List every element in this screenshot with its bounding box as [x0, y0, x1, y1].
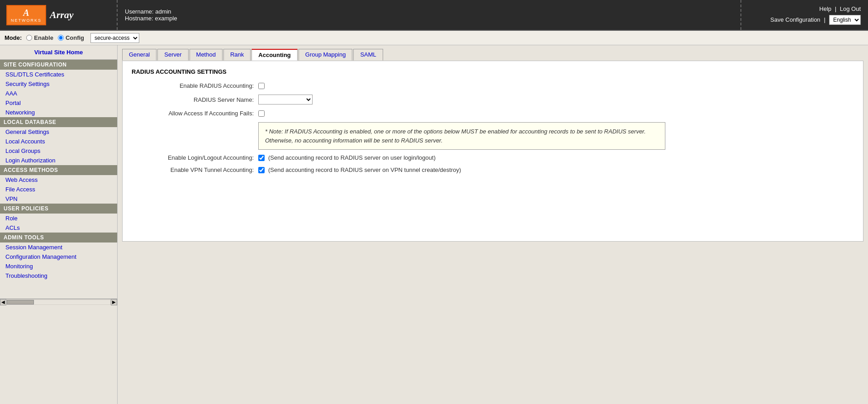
enable-login-row: Enable Login/Logout Accounting: (Send ac… [132, 154, 854, 161]
tab-server[interactable]: Server [157, 49, 188, 61]
sidebar-item-vpn[interactable]: VPN [0, 194, 117, 204]
allow-access-row: Allow Access If Accounting Fails: [132, 110, 854, 117]
site-dropdown[interactable]: secure-access [90, 33, 139, 43]
enable-radius-checkbox[interactable] [258, 83, 265, 89]
sidebar-item-configuration-management[interactable]: Configuration Management [0, 252, 117, 261]
section-access-methods: ACCESS METHODS [0, 165, 117, 175]
header-links: Help | Log Out [819, 5, 861, 12]
sidebar-item-local-groups[interactable]: Local Groups [0, 146, 117, 156]
sidebar-item-local-accounts[interactable]: Local Accounts [0, 137, 117, 146]
save-config-label: Save Configuration [770, 16, 821, 23]
section-title: RADIUS ACCOUNTING SETTINGS [132, 68, 854, 75]
main-layout: Virtual Site Home SITE CONFIGURATION SSL… [0, 45, 868, 404]
tab-group-mapping[interactable]: Group Mapping [299, 49, 353, 61]
separator1: | [835, 5, 838, 12]
enable-radius-control [258, 83, 265, 89]
sidebar-item-web-access[interactable]: Web Access [0, 175, 117, 185]
save-config-area: Save Configuration | English [770, 15, 861, 25]
tab-general[interactable]: General [122, 49, 157, 61]
sidebar-item-file-access[interactable]: File Access [0, 185, 117, 194]
logo-text: Array [50, 9, 74, 21]
logout-link[interactable]: Log Out [840, 5, 861, 12]
mode-bar: Mode: Enable Config secure-access [0, 31, 868, 45]
sidebar-scrollbar: ◀ ▶ [0, 299, 117, 305]
section-admin-tools: ADMIN TOOLS [0, 233, 117, 242]
help-link[interactable]: Help [819, 5, 831, 12]
enable-radio[interactable] [26, 35, 32, 41]
config-radio[interactable] [58, 35, 64, 41]
mode-label: Mode: [5, 34, 22, 41]
sidebar-item-networking[interactable]: Networking [0, 108, 117, 117]
sidebar-item-login-authorization[interactable]: Login Authorization [0, 156, 117, 165]
scroll-thumb[interactable] [7, 300, 34, 304]
logo-box: A NETWORKS [6, 5, 46, 25]
header: A NETWORKS Array Username: admin Hostnam… [0, 0, 868, 31]
scroll-right-btn[interactable]: ▶ [111, 299, 117, 305]
enable-vpn-control: (Send accounting record to RADIUS server… [258, 166, 461, 173]
enable-login-checkbox[interactable] [258, 155, 265, 161]
sidebar-item-ssl-dtls[interactable]: SSL/DTLS Certificates [0, 70, 117, 79]
header-actions: Help | Log Out Save Configuration | Engl… [741, 0, 868, 30]
enable-vpn-row: Enable VPN Tunnel Accounting: (Send acco… [132, 166, 854, 173]
page-content: RADIUS ACCOUNTING SETTINGS Enable RADIUS… [122, 61, 863, 242]
allow-access-label: Allow Access If Accounting Fails: [132, 110, 258, 117]
enable-radius-row: Enable RADIUS Accounting: [132, 82, 854, 89]
tab-saml[interactable]: SAML [353, 49, 383, 61]
logo-area: A NETWORKS Array [0, 0, 118, 30]
enable-login-description: (Send accounting record to RADIUS server… [268, 154, 436, 161]
separator2: | [824, 16, 825, 23]
section-site-config: SITE CONFIGURATION [0, 60, 117, 70]
header-info: Username: admin Hostname: example [118, 0, 741, 30]
tabs-bar: General Server Method Rank Accounting Gr… [118, 45, 868, 61]
scroll-left-btn[interactable]: ◀ [0, 299, 6, 305]
sidebar-item-aaa[interactable]: AAA [0, 89, 117, 98]
tab-method[interactable]: Method [190, 49, 223, 61]
enable-label: Enable [34, 34, 53, 41]
radius-server-row: RADIUS Server Name: [132, 95, 854, 105]
config-label: Config [66, 34, 84, 41]
sidebar-item-security-settings[interactable]: Security Settings [0, 79, 117, 89]
enable-vpn-description: (Send accounting record to RADIUS server… [268, 166, 461, 173]
enable-login-label: Enable Login/Logout Accounting: [132, 154, 258, 161]
note-text: * Note: If RADIUS Accounting is enabled,… [265, 128, 646, 144]
radius-server-label: RADIUS Server Name: [132, 96, 258, 103]
allow-access-checkbox[interactable] [258, 110, 265, 117]
radius-server-select[interactable] [258, 95, 313, 105]
tab-rank[interactable]: Rank [223, 49, 251, 61]
sidebar-item-troubleshooting[interactable]: Troubleshooting [0, 271, 117, 280]
username-label: Username: admin [125, 8, 733, 15]
section-user-policies: USER POLICIES [0, 204, 117, 214]
section-local-db: LOCAL DATABASE [0, 117, 117, 127]
virtual-site-home-link[interactable]: Virtual Site Home [34, 49, 83, 56]
scroll-track [7, 300, 110, 304]
enable-vpn-checkbox[interactable] [258, 167, 265, 173]
sidebar-item-portal[interactable]: Portal [0, 98, 117, 108]
language-select[interactable]: English [829, 15, 861, 25]
allow-access-control [258, 110, 265, 117]
enable-login-control: (Send accounting record to RADIUS server… [258, 154, 436, 161]
logo-icon: A [23, 8, 29, 18]
enable-radio-label[interactable]: Enable [26, 34, 53, 41]
note-box: * Note: If RADIUS Accounting is enabled,… [258, 122, 665, 150]
hostname-label: Hostname: example [125, 15, 733, 22]
sidebar-item-monitoring[interactable]: Monitoring [0, 261, 117, 271]
sidebar-item-role[interactable]: Role [0, 214, 117, 223]
config-radio-label[interactable]: Config [58, 34, 84, 41]
sidebar-item-session-management[interactable]: Session Management [0, 242, 117, 252]
logo-networks: NETWORKS [11, 18, 42, 23]
radius-server-control [258, 95, 313, 105]
tab-accounting[interactable]: Accounting [251, 49, 298, 61]
sidebar-item-acls[interactable]: ACLs [0, 223, 117, 233]
enable-vpn-label: Enable VPN Tunnel Accounting: [132, 166, 258, 173]
sidebar-item-general-settings[interactable]: General Settings [0, 127, 117, 137]
enable-radius-label: Enable RADIUS Accounting: [132, 82, 258, 89]
content-area: General Server Method Rank Accounting Gr… [118, 45, 868, 404]
virtual-home-section: Virtual Site Home [0, 45, 117, 60]
sidebar: Virtual Site Home SITE CONFIGURATION SSL… [0, 45, 118, 404]
